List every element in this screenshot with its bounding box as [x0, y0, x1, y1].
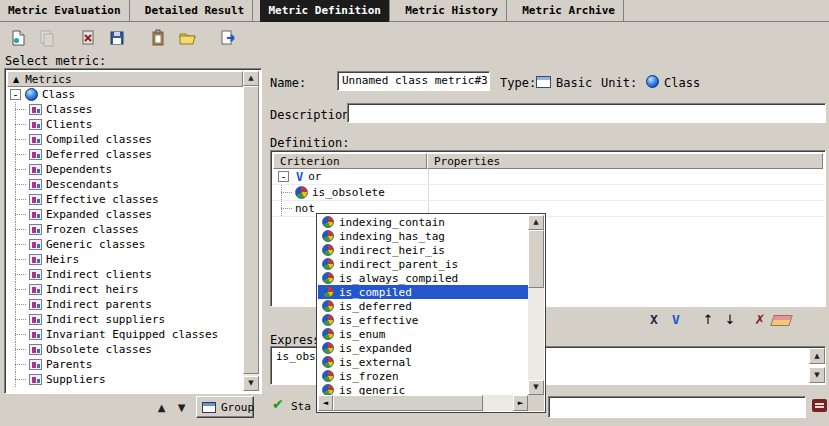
- tab-metric-history[interactable]: Metric History: [397, 0, 507, 22]
- tree-scrollbar[interactable]: ▲ ▼: [243, 71, 259, 391]
- collapse-icon[interactable]: -: [10, 89, 21, 100]
- criterion-option[interactable]: is_expanded: [318, 341, 528, 355]
- criterion-option[interactable]: is_deferred: [318, 299, 528, 313]
- scroll-up-icon[interactable]: ▲: [809, 348, 825, 364]
- criterion-option[interactable]: indirect_heir_is: [318, 243, 528, 257]
- tree-item[interactable]: Indirect suppliers: [7, 312, 243, 327]
- criterion-icon: [322, 286, 334, 298]
- criterion-option[interactable]: indirect_parent_is: [318, 257, 528, 271]
- move-metric-down-button[interactable]: ▼: [173, 399, 190, 416]
- import-metric-icon: [149, 29, 167, 47]
- tree-item-label: Heirs: [46, 253, 79, 266]
- group-toggle-button[interactable]: Group: [196, 396, 254, 418]
- move-criterion-down-button[interactable]: ↓: [720, 311, 740, 329]
- import-metric-button[interactable]: [146, 26, 170, 50]
- tree-item[interactable]: Expanded classes: [7, 207, 243, 222]
- tab-metric-evaluation[interactable]: Metric Evaluation: [0, 0, 130, 22]
- scroll-left-icon[interactable]: ◄: [318, 395, 333, 411]
- export-metric-button[interactable]: [216, 26, 240, 50]
- collapse-icon[interactable]: -: [278, 171, 289, 182]
- criterion-dropdown-list: indexing_contain indexing_has_tag indire…: [318, 215, 528, 395]
- tree-item[interactable]: Descendants: [7, 177, 243, 192]
- tab-detailed-result[interactable]: Detailed Result: [137, 0, 253, 22]
- scrollbar-thumb[interactable]: [243, 86, 259, 374]
- expression-scrollbar[interactable]: ▲ ▼: [809, 348, 825, 383]
- status-label: Sta: [291, 400, 311, 413]
- criterion-row-is-obsolete[interactable]: is_obsolete: [273, 185, 823, 201]
- criterion-option[interactable]: is_frozen: [318, 369, 528, 383]
- x-operator-button[interactable]: X: [644, 311, 664, 329]
- scroll-down-icon[interactable]: ▼: [809, 367, 825, 383]
- tree-item[interactable]: Effective classes: [7, 192, 243, 207]
- criterion-label: is_obsolete: [312, 186, 385, 199]
- tree-item[interactable]: Indirect clients: [7, 267, 243, 282]
- tree-item[interactable]: Indirect parents: [7, 297, 243, 312]
- criterion-option[interactable]: is_effective: [318, 313, 528, 327]
- copy-metric-icon: [38, 29, 56, 47]
- scroll-right-icon[interactable]: ►: [513, 395, 528, 411]
- metric-icon: [29, 179, 42, 190]
- delete-criterion-button[interactable]: ✗: [750, 311, 770, 329]
- tree-item[interactable]: Compiled classes: [7, 132, 243, 147]
- dropdown-horizontal-scrollbar[interactable]: ◄ ►: [318, 395, 528, 411]
- eraser-icon[interactable]: [770, 315, 793, 326]
- delete-metric-button[interactable]: [76, 26, 100, 50]
- criterion-column-header[interactable]: Criterion: [273, 153, 427, 169]
- criterion-row-or[interactable]: - V or: [273, 169, 823, 185]
- criterion-option[interactable]: is_generic: [318, 383, 528, 395]
- criterion-option-label: is_always_compiled: [339, 272, 458, 285]
- tree-item[interactable]: Invariant Equipped classes: [7, 327, 243, 342]
- move-metric-up-button[interactable]: ▲: [153, 399, 170, 416]
- tree-connector: [15, 147, 29, 162]
- tree-item[interactable]: Frozen classes: [7, 222, 243, 237]
- new-metric-icon: [9, 29, 27, 47]
- copy-metric-button[interactable]: [35, 26, 59, 50]
- save-metric-button[interactable]: [105, 26, 129, 50]
- criterion-label: or: [308, 170, 321, 183]
- description-label: Description:: [270, 108, 357, 122]
- metric-icon: [29, 134, 42, 145]
- tree-item[interactable]: Clients: [7, 117, 243, 132]
- or-operator-button[interactable]: V: [666, 311, 686, 329]
- criterion-option[interactable]: is_always_compiled: [318, 271, 528, 285]
- new-metric-button[interactable]: [6, 26, 30, 50]
- criterion-option[interactable]: is_compiled: [318, 285, 528, 299]
- description-input[interactable]: [347, 103, 826, 123]
- scroll-down-icon[interactable]: ▼: [528, 380, 544, 395]
- tree-item[interactable]: Obsolete classes: [7, 342, 243, 357]
- tree-item[interactable]: Dependents: [7, 162, 243, 177]
- tab-bar: Metric Evaluation Detailed Result Metric…: [0, 0, 829, 22]
- dropdown-vertical-scrollbar[interactable]: ▲ ▼: [528, 215, 544, 395]
- criterion-icon: [322, 244, 334, 256]
- metric-tree-header[interactable]: ▲ Metrics: [7, 71, 243, 87]
- tree-item[interactable]: Classes: [7, 102, 243, 117]
- tree-item[interactable]: Suppliers: [7, 372, 243, 387]
- scrollbar-thumb[interactable]: [528, 230, 544, 288]
- scroll-up-icon[interactable]: ▲: [528, 215, 544, 230]
- scroll-down-icon[interactable]: ▼: [243, 376, 259, 391]
- tree-connector: [15, 297, 29, 312]
- criterion-option[interactable]: is_enum: [318, 327, 528, 341]
- tree-item[interactable]: Heirs: [7, 252, 243, 267]
- criterion-option[interactable]: is_external: [318, 355, 528, 369]
- comment-icon[interactable]: [812, 399, 827, 412]
- criterion-option[interactable]: indexing_contain: [318, 215, 528, 229]
- open-metric-button[interactable]: [175, 26, 199, 50]
- criterion-option[interactable]: indexing_has_tag: [318, 229, 528, 243]
- tab-metric-archive[interactable]: Metric Archive: [514, 0, 624, 22]
- comment-input[interactable]: [548, 396, 806, 418]
- tree-item[interactable]: Indirect heirs: [7, 282, 243, 297]
- criterion-icon: [295, 186, 308, 199]
- name-input[interactable]: Unnamed class metric#3: [337, 71, 490, 91]
- tree-item-class-root[interactable]: - Class: [7, 87, 243, 102]
- scroll-up-icon[interactable]: ▲: [243, 71, 259, 86]
- tree-item-label: Indirect clients: [46, 268, 152, 281]
- tab-metric-definition[interactable]: Metric Definition: [260, 0, 390, 22]
- tree-item[interactable]: Generic classes: [7, 237, 243, 252]
- tree-item[interactable]: Parents: [7, 357, 243, 372]
- metric-icon: [29, 104, 42, 115]
- scrollbar-thumb[interactable]: [333, 395, 483, 411]
- tree-item[interactable]: Deferred classes: [7, 147, 243, 162]
- properties-column-header[interactable]: Properties: [427, 153, 823, 169]
- move-criterion-up-button[interactable]: ↑: [698, 311, 718, 329]
